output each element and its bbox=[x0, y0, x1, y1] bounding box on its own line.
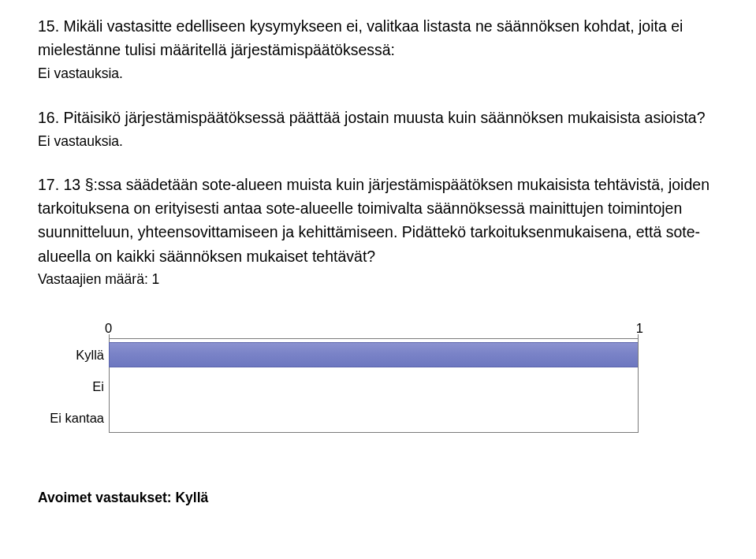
bar-row-kylla: Kyllä bbox=[109, 339, 639, 371]
bar-kylla bbox=[109, 342, 639, 367]
bar-label: Kyllä bbox=[44, 347, 104, 362]
question-15: 15. Mikäli vastasitte edelliseen kysymyk… bbox=[38, 14, 718, 85]
bar-label: Ei kantaa bbox=[44, 410, 104, 425]
question-17-respondents: Vastaajien määrä: 1 bbox=[38, 271, 718, 288]
question-16-text: 16. Pitäisikö järjestämispäätöksessä pää… bbox=[38, 106, 718, 129]
plot-area: Kyllä Ei Ei kantaa bbox=[109, 338, 639, 433]
bar-row-ei-kantaa: Ei kantaa bbox=[109, 402, 639, 434]
question-16: 16. Pitäisikö järjestämispäätöksessä pää… bbox=[38, 106, 718, 152]
chart-container: 0 1 Kyllä Ei Ei kantaa bbox=[44, 321, 718, 433]
question-17-text: 17. 13 §:ssa säädetään sote-alueen muist… bbox=[38, 173, 718, 268]
open-answers-heading: Avoimet vastaukset: Kyllä bbox=[38, 490, 718, 506]
question-15-no-answer: Ei vastauksia. bbox=[38, 63, 718, 84]
question-17: 17. 13 §:ssa säädetään sote-alueen muist… bbox=[38, 173, 718, 288]
bar-row-ei: Ei bbox=[109, 371, 639, 402]
question-16-no-answer: Ei vastauksia. bbox=[38, 131, 718, 152]
x-axis-labels: 0 1 bbox=[109, 321, 639, 338]
question-15-text: 15. Mikäli vastasitte edelliseen kysymyk… bbox=[38, 14, 718, 61]
bar-label: Ei bbox=[44, 378, 104, 393]
bar-chart: 0 1 Kyllä Ei Ei kantaa bbox=[44, 321, 639, 433]
